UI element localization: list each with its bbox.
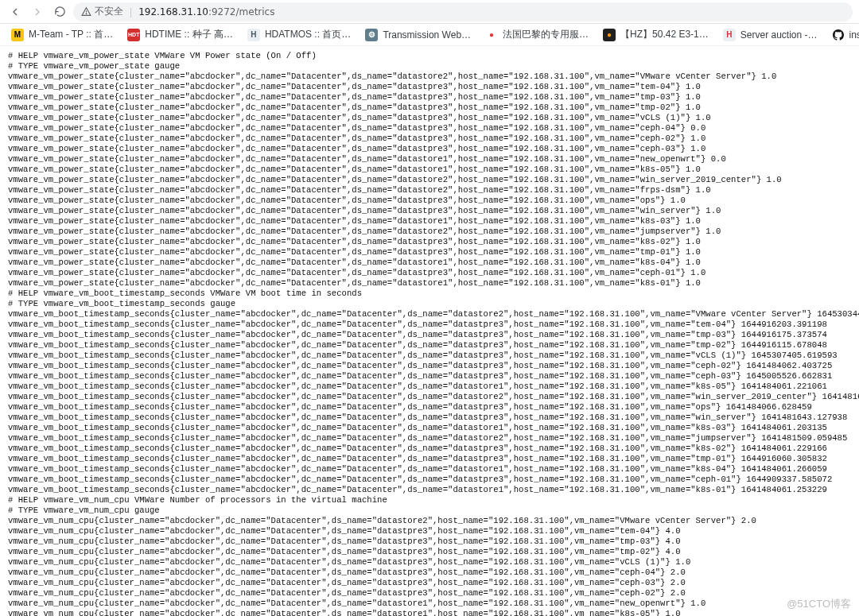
metric-line: vmware_vm_boot_timestamp_seconds{cluster… [8,413,851,423]
metric-line: vmware_vm_num_cpu{cluster_name="abcdocke… [8,516,851,526]
bookmark-item[interactable]: install from zip - r… [826,26,860,44]
not-secure-chip: 不安全 [81,5,123,18]
bookmark-favicon: ● [485,29,498,41]
metric-line: vmware_vm_power_state{cluster_name="abcd… [8,258,851,268]
bookmark-favicon [832,29,845,41]
bookmark-favicon: M [11,29,24,41]
bookmark-favicon: HDT [127,29,140,41]
metric-line: vmware_vm_power_state{cluster_name="abcd… [8,227,851,237]
metric-line: vmware_vm_power_state{cluster_name="abcd… [8,103,851,113]
metric-line: vmware_vm_num_cpu{cluster_name="abcdocke… [8,526,851,537]
metric-line: vmware_vm_power_state{cluster_name="abcd… [8,144,851,154]
metric-line: vmware_vm_boot_timestamp_seconds{cluster… [8,423,851,433]
metric-line: vmware_vm_power_state{cluster_name="abcd… [8,175,851,185]
metric-line: vmware_vm_num_cpu{cluster_name="abcdocke… [8,557,851,568]
back-button[interactable] [6,3,24,21]
metric-line: vmware_vm_power_state{cluster_name="abcd… [8,206,851,216]
metric-line: vmware_vm_num_cpu{cluster_name="abcdocke… [8,588,851,599]
address-bar[interactable]: 不安全 | 192.168.31.10:9272/metrics [73,2,853,21]
metric-line: vmware_vm_num_cpu{cluster_name="abcdocke… [8,568,851,578]
metric-line: vmware_vm_boot_timestamp_seconds{cluster… [8,320,851,330]
metric-line: # HELP vmware_vm_power_state VMWare VM P… [8,51,851,61]
metric-line: vmware_vm_power_state{cluster_name="abcd… [8,268,851,278]
bookmark-label: 法国巴黎的专用服… [503,28,589,41]
bookmark-item[interactable]: ●【HZ】50.42 E3-1… [597,25,715,44]
bookmark-label: HDTIME :: 种子 高… [145,28,233,41]
metric-line: vmware_vm_boot_timestamp_seconds{cluster… [8,444,851,454]
metric-line: vmware_vm_boot_timestamp_seconds{cluster… [8,340,851,351]
metrics-body: # HELP vmware_vm_power_state VMWare VM P… [0,46,859,616]
metric-line: # TYPE vmware_vm_power_state gauge [8,61,851,72]
metric-line: vmware_vm_boot_timestamp_seconds{cluster… [8,485,851,495]
metric-line: # TYPE vmware_vm_boot_timestamp_seconds … [8,299,851,309]
bookmark-label: install from zip - r… [849,29,860,41]
bookmark-label: Transmission Web… [383,29,471,41]
metric-line: vmware_vm_boot_timestamp_seconds{cluster… [8,454,851,464]
browser-toolbar: 不安全 | 192.168.31.10:9272/metrics [0,0,859,24]
warning-icon [81,6,91,17]
bookmark-item[interactable]: HHDATMOS :: 首页… [241,25,357,44]
bookmark-item[interactable]: HDTHDTIME :: 种子 高… [121,25,239,44]
metric-line: vmware_vm_boot_timestamp_seconds{cluster… [8,309,851,320]
metric-line: vmware_vm_num_cpu{cluster_name="abcdocke… [8,578,851,588]
bookmark-item[interactable]: ⚙Transmission Web… [359,26,477,44]
metric-line: vmware_vm_boot_timestamp_seconds{cluster… [8,464,851,475]
metric-line: vmware_vm_boot_timestamp_seconds{cluster… [8,361,851,371]
metric-line: vmware_vm_power_state{cluster_name="abcd… [8,185,851,196]
metric-line: vmware_vm_power_state{cluster_name="abcd… [8,123,851,134]
bookmark-label: HDATMOS :: 首页… [265,28,351,41]
metric-line: vmware_vm_boot_timestamp_seconds{cluster… [8,475,851,485]
metric-line: vmware_vm_power_state{cluster_name="abcd… [8,247,851,258]
metric-line: vmware_vm_boot_timestamp_seconds{cluster… [8,392,851,402]
metric-line: vmware_vm_power_state{cluster_name="abcd… [8,154,851,165]
metric-line: vmware_vm_boot_timestamp_seconds{cluster… [8,402,851,413]
url-text: 192.168.31.10:9272/metrics [138,6,274,17]
metric-line: vmware_vm_boot_timestamp_seconds{cluster… [8,382,851,392]
metric-line: vmware_vm_power_state{cluster_name="abcd… [8,82,851,92]
metric-line: vmware_vm_boot_timestamp_seconds{cluster… [8,371,851,382]
metric-line: vmware_vm_power_state{cluster_name="abcd… [8,196,851,206]
metric-line: vmware_vm_power_state{cluster_name="abcd… [8,278,851,289]
metric-line: vmware_vm_power_state{cluster_name="abcd… [8,72,851,82]
metric-line: vmware_vm_power_state{cluster_name="abcd… [8,113,851,123]
metric-line: vmware_vm_power_state{cluster_name="abcd… [8,165,851,175]
bookmark-label: M-Team - TP :: 首… [29,28,113,41]
bookmark-favicon: H [723,29,736,41]
metric-line: vmware_vm_power_state{cluster_name="abcd… [8,237,851,247]
metric-line: vmware_vm_power_state{cluster_name="abcd… [8,134,851,144]
metric-line: vmware_vm_num_cpu{cluster_name="abcdocke… [8,599,851,609]
bookmark-item[interactable]: ●法国巴黎的专用服… [479,25,595,44]
metric-line: vmware_vm_num_cpu{cluster_name="abcdocke… [8,609,851,616]
bookmark-item[interactable]: MM-Team - TP :: 首… [5,25,119,44]
metric-line: vmware_vm_boot_timestamp_seconds{cluster… [8,351,851,361]
metric-line: vmware_vm_boot_timestamp_seconds{cluster… [8,330,851,340]
metric-line: vmware_vm_power_state{cluster_name="abcd… [8,92,851,103]
reload-button[interactable] [51,3,68,21]
metric-line: # HELP vmware_vm_boot_timestamp_seconds … [8,289,851,299]
metric-line: vmware_vm_boot_timestamp_seconds{cluster… [8,433,851,444]
bookmark-favicon: ● [603,29,616,41]
bookmark-label: Server auction -… [740,29,818,41]
bookmark-label: 【HZ】50.42 E3-1… [620,28,709,41]
bookmark-item[interactable]: HServer auction -… [717,26,824,44]
metric-line: # TYPE vmware_vm_num_cpu gauge [8,506,851,516]
metric-line: vmware_vm_power_state{cluster_name="abcd… [8,216,851,227]
svg-point-1 [86,14,87,14]
bookmarks-bar: MM-Team - TP :: 首…HDTHDTIME :: 种子 高…HHDA… [0,24,859,46]
forward-button[interactable] [29,3,46,21]
bookmark-favicon: ⚙ [365,29,378,41]
metric-line: vmware_vm_num_cpu{cluster_name="abcdocke… [8,537,851,547]
not-secure-label: 不安全 [95,5,123,18]
metric-line: vmware_vm_num_cpu{cluster_name="abcdocke… [8,547,851,557]
metric-line: # HELP vmware_vm_num_cpu VMWare Number o… [8,495,851,506]
bookmark-favicon: H [247,29,260,41]
